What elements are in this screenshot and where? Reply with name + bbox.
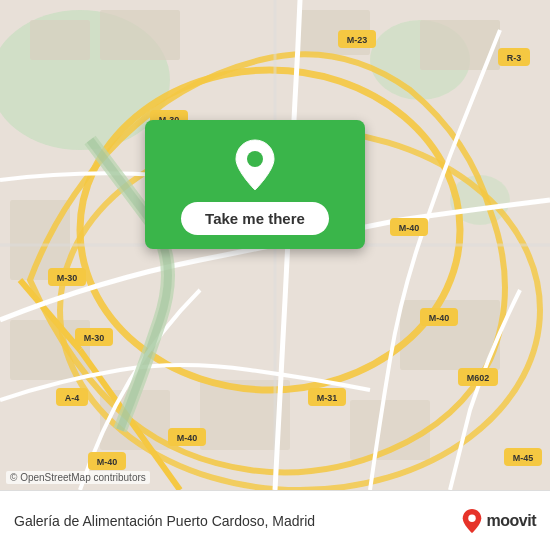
svg-text:M-45: M-45 bbox=[513, 453, 534, 463]
svg-rect-5 bbox=[100, 10, 180, 60]
moovit-pin-icon bbox=[461, 508, 483, 534]
location-name-label: Galería de Alimentación Puerto Cardoso, … bbox=[14, 513, 451, 529]
svg-text:M-23: M-23 bbox=[347, 35, 368, 45]
moovit-brand-name: moovit bbox=[487, 512, 536, 530]
svg-text:M-40: M-40 bbox=[97, 457, 118, 467]
bottom-bar: Galería de Alimentación Puerto Cardoso, … bbox=[0, 490, 550, 550]
take-me-there-button[interactable]: Take me there bbox=[181, 202, 329, 235]
map-attribution: © OpenStreetMap contributors bbox=[6, 471, 150, 484]
svg-text:M-40: M-40 bbox=[399, 223, 420, 233]
svg-rect-4 bbox=[30, 20, 90, 60]
svg-text:M-31: M-31 bbox=[317, 393, 338, 403]
map-container: M-30 M-30 M-30 M-23 M-40 M-40 M-40 M-40 … bbox=[0, 0, 550, 490]
map-pin-icon bbox=[233, 138, 277, 192]
svg-point-46 bbox=[247, 151, 263, 167]
svg-text:A-4: A-4 bbox=[65, 393, 80, 403]
location-card[interactable]: Take me there bbox=[145, 120, 365, 249]
moovit-logo: moovit bbox=[461, 508, 536, 534]
svg-text:M-40: M-40 bbox=[177, 433, 198, 443]
svg-text:M-40: M-40 bbox=[429, 313, 450, 323]
svg-text:M-30: M-30 bbox=[84, 333, 105, 343]
svg-point-47 bbox=[468, 514, 475, 521]
svg-text:R-3: R-3 bbox=[507, 53, 522, 63]
svg-text:M602: M602 bbox=[467, 373, 490, 383]
svg-text:M-30: M-30 bbox=[57, 273, 78, 283]
